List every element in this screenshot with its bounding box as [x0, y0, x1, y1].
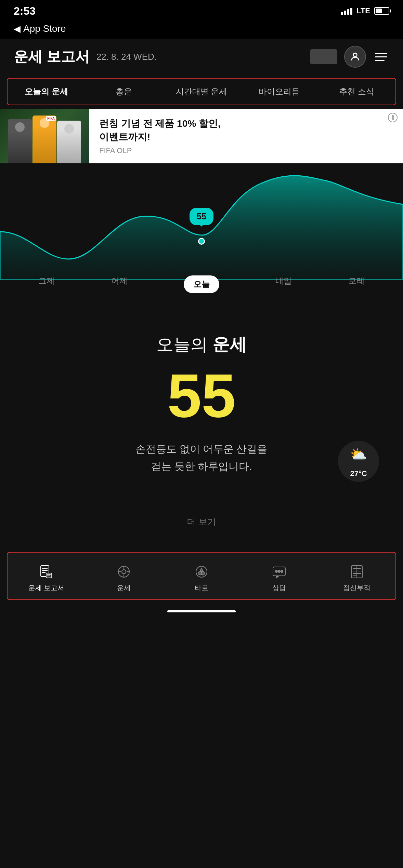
svg-point-0 [353, 53, 357, 57]
fortune-description: 손전등도 없이 어두운 산길을걷는 듯한 하루입니다. ⛅ 27°C [14, 440, 389, 475]
day-eoje[interactable]: 어제 [111, 275, 128, 293]
svg-point-16 [275, 570, 277, 572]
back-arrow-icon: ◀ [14, 24, 21, 34]
bottom-tab-bar: 운세 보고서 운세 타로 [7, 552, 396, 600]
app-date: 22. 8. 24 WED. [96, 52, 157, 62]
fortune-title-normal: 오늘의 [156, 335, 208, 354]
tarot-icon [193, 563, 210, 581]
weather-icon: ⛅ [350, 443, 367, 466]
score-bubble: 55 [190, 208, 213, 225]
fortune-title-bold: 운세 [212, 335, 247, 354]
tab-recommend[interactable]: 추천 소식 [318, 79, 395, 105]
bottom-tab-report-label: 운세 보고서 [28, 583, 65, 593]
ad-image: FIFA [0, 109, 89, 163]
app-title: 운세 보고서 [14, 47, 90, 66]
score-dot [198, 238, 205, 245]
back-nav-label: App Store [23, 23, 66, 34]
battery-fill [376, 9, 382, 13]
report-icon [37, 563, 55, 581]
tab-total[interactable]: 총운 [85, 79, 163, 105]
ad-info-button[interactable]: ℹ [388, 113, 398, 122]
tab-today[interactable]: 오늘의 운세 [8, 79, 85, 105]
app-header: 운세 보고서 22. 8. 24 WED. [0, 39, 403, 74]
day-more[interactable]: 모레 [348, 275, 365, 293]
bottom-tab-saju-label: 점신부적 [343, 583, 370, 593]
fortune-section: 오늘의 운세 55 손전등도 없이 어두운 산길을걷는 듯한 하루입니다. ⛅ … [0, 314, 403, 548]
consult-icon [270, 563, 288, 581]
profile-button[interactable] [344, 46, 366, 68]
bottom-tab-consult[interactable]: 상담 [240, 559, 318, 596]
signal-icon [341, 7, 352, 15]
tab-hourly[interactable]: 시간대별 운세 [163, 79, 240, 105]
tab-nav: 오늘의 운세 총운 시간대별 운세 바이오리듬 추천 소식 [7, 78, 396, 105]
bottom-tab-report[interactable]: 운세 보고서 [8, 559, 85, 596]
ad-subtitle: FIFA OLP [99, 146, 393, 155]
status-time: 2:53 [14, 5, 36, 17]
fortune-score: 55 [14, 365, 389, 426]
bottom-tab-consult-label: 상담 [272, 583, 286, 593]
tab-biorhythm[interactable]: 바이오리듬 [240, 79, 318, 105]
bottom-tab-tarot[interactable]: 타로 [163, 559, 240, 596]
wave-chart-section: 55 그제 어제 오늘 내일 모레 [0, 163, 403, 314]
weather-temp: 27°C [350, 467, 367, 480]
day-labels: 그제 어제 오늘 내일 모레 [0, 275, 403, 293]
day-naeil[interactable]: 내일 [275, 275, 292, 293]
svg-point-17 [278, 570, 280, 572]
bottom-tab-saju[interactable]: 점신부적 [318, 559, 395, 596]
bottom-tab-fortune[interactable]: 운세 [85, 559, 163, 596]
fortune-icon [115, 563, 133, 581]
svg-rect-5 [46, 573, 52, 578]
fortune-title: 오늘의 운세 [14, 334, 389, 355]
battery-icon [374, 7, 389, 15]
bottom-tab-tarot-label: 타로 [195, 583, 208, 593]
back-nav[interactable]: ◀ App Store [0, 21, 403, 39]
home-indicator [0, 603, 403, 618]
ad-content: 런칭 기념 전 제품 10% 할인,이벤트까지! FIFA OLP [89, 110, 403, 162]
ad-banner[interactable]: FIFA 런칭 기념 전 제품 10% 할인,이벤트까지! FIFA OLP ℹ [0, 109, 403, 163]
ad-title: 런칭 기념 전 제품 10% 할인,이벤트까지! [99, 117, 393, 144]
header-avatar-placeholder [310, 49, 337, 64]
bottom-tab-fortune-label: 운세 [117, 583, 131, 593]
home-bar [167, 610, 236, 612]
day-oneul[interactable]: 오늘 [184, 275, 219, 293]
more-button[interactable]: 더 보기 [14, 509, 389, 535]
saju-icon [348, 563, 366, 581]
status-bar: 2:53 LTE [0, 0, 403, 21]
day-deunje[interactable]: 그제 [38, 275, 55, 293]
svg-point-9 [122, 570, 126, 574]
svg-point-18 [281, 570, 283, 572]
menu-button[interactable] [373, 51, 389, 63]
lte-label: LTE [356, 6, 370, 15]
status-right: LTE [341, 6, 389, 15]
weather-widget: ⛅ 27°C [338, 441, 379, 482]
